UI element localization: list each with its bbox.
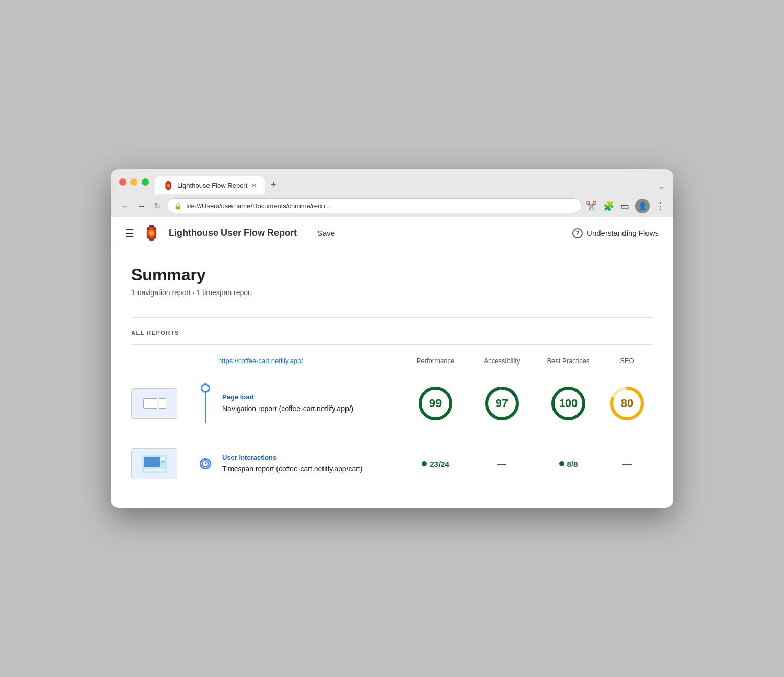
- tab-close-icon[interactable]: ✕: [251, 182, 257, 189]
- performance-header: Performance: [402, 357, 469, 365]
- report-type-label: Page load: [222, 393, 402, 401]
- accessibility-score-value: 97: [496, 397, 508, 410]
- performance-score-value: 99: [429, 397, 442, 410]
- more-options-icon[interactable]: ⋮: [656, 200, 665, 212]
- address-bar: ← → ↻ 🔒 file:///Users/username/Documents…: [111, 194, 673, 217]
- separator-2: [131, 344, 653, 345]
- accessibility-header: Accessibility: [469, 357, 535, 365]
- timespan-thumbnail-icon: [132, 449, 177, 479]
- reload-button[interactable]: ↻: [152, 199, 163, 213]
- tabs-area: 🏮 Lighthouse Flow Report ✕ + ⌄: [155, 175, 665, 194]
- close-button[interactable]: [119, 178, 126, 186]
- main-content: Summary 1 navigation report · 1 timespan…: [111, 249, 673, 508]
- desktop-screen-icon: [143, 398, 157, 409]
- seo-score-col: 80: [602, 385, 653, 422]
- nav-report-info: Page load Navigation report (coffee-cart…: [218, 393, 402, 414]
- svg-rect-10: [144, 469, 165, 471]
- address-field[interactable]: 🔒 file:///Users/username/Documents/chrom…: [167, 198, 582, 213]
- timeline-ts: [193, 458, 218, 469]
- ts-accessibility-dash: —: [497, 459, 506, 469]
- seo-score-value: 80: [621, 397, 633, 410]
- save-button[interactable]: Save: [317, 229, 335, 237]
- menu-icon[interactable]: ☰: [125, 227, 134, 239]
- table-header: https://coffee-cart.netlify.app/ Perform…: [131, 357, 653, 371]
- puzzle-icon[interactable]: 🧩: [603, 200, 614, 212]
- ts-best-practices-score-col: 8/8: [535, 460, 602, 468]
- forward-button[interactable]: →: [135, 199, 148, 213]
- back-button[interactable]: ←: [119, 199, 131, 213]
- ts-best-practices-value: 8/8: [567, 460, 578, 468]
- best-practices-score-col: 100: [535, 385, 602, 422]
- best-practices-score-circle: 100: [550, 385, 587, 422]
- table-row: User interactions Timespan report (coffe…: [131, 436, 653, 491]
- seo-score-circle: 80: [609, 385, 645, 422]
- lighthouse-logo: 🏮: [143, 224, 160, 241]
- title-bar: 🏮 Lighthouse Flow Report ✕ + ⌄: [111, 169, 673, 194]
- timeline-clock-icon: [200, 458, 211, 469]
- tab-title: Lighthouse Flow Report: [177, 182, 247, 189]
- summary-heading: Summary: [131, 265, 653, 284]
- page-title: Lighthouse User Flow Report: [169, 228, 297, 238]
- nav-report-thumbnail: [131, 388, 177, 419]
- table-row: Page load Navigation report (coffee-cart…: [131, 371, 653, 436]
- tab-favicon-icon: 🏮: [163, 180, 173, 190]
- performance-score-col: 99: [402, 385, 469, 422]
- ts-report-thumbnail: [131, 448, 177, 479]
- timeline-dot-icon: [201, 383, 210, 393]
- help-circle-icon: ?: [572, 228, 583, 238]
- ts-performance-score: 23/24: [422, 460, 449, 468]
- understanding-flows-link[interactable]: ? Understanding Flows: [572, 228, 659, 238]
- ts-performance-value: 23/24: [430, 460, 449, 468]
- all-reports-label: ALL REPORTS: [131, 330, 653, 336]
- svg-rect-9: [144, 457, 160, 467]
- ts-seo-dash: —: [622, 459, 632, 469]
- timeline-nav: [193, 383, 218, 423]
- best-practices-header: Best Practices: [535, 357, 602, 365]
- ts-performance-dot: [422, 461, 427, 466]
- ts-best-practices-score: 8/8: [559, 460, 578, 468]
- lock-icon: 🔒: [174, 202, 182, 210]
- ts-seo-score-col: —: [602, 459, 653, 469]
- ts-performance-score-col: 23/24: [402, 460, 469, 468]
- avatar[interactable]: 👤: [635, 199, 650, 213]
- ts-report-info: User interactions Timespan report (coffe…: [218, 454, 402, 475]
- svg-rect-12: [161, 461, 165, 463]
- new-tab-button[interactable]: +: [265, 175, 283, 194]
- nav-report-link[interactable]: Navigation report (coffee-cart.netlify.a…: [222, 404, 353, 413]
- ts-report-link[interactable]: Timespan report (coffee-cart.netlify.app…: [222, 465, 362, 473]
- ts-accessibility-score-col: —: [469, 459, 535, 469]
- address-text: file:///Users/username/Documents/chrome/…: [186, 202, 331, 210]
- url-header[interactable]: https://coffee-cart.netlify.app/: [218, 357, 402, 365]
- mobile-screen-icon: [159, 398, 166, 409]
- page-header: ☰ 🏮 Lighthouse User Flow Report Save ? U…: [111, 217, 673, 249]
- browser-toolbar: ✂️ 🧩 ▭ 👤 ⋮: [586, 199, 665, 213]
- scissors-icon[interactable]: ✂️: [586, 200, 597, 212]
- accessibility-score-circle: 97: [483, 385, 520, 422]
- understanding-flows-label: Understanding Flows: [587, 229, 659, 237]
- browser-window: 🏮 Lighthouse Flow Report ✕ + ⌄ ← → ↻ 🔒 f…: [111, 169, 673, 508]
- svg-rect-11: [161, 457, 165, 460]
- summary-subtitle: 1 navigation report · 1 timespan report: [131, 288, 653, 297]
- tab-chevron-icon[interactable]: ⌄: [659, 182, 665, 194]
- split-view-icon[interactable]: ▭: [620, 200, 629, 212]
- accessibility-score-col: 97: [469, 385, 535, 422]
- traffic-lights: [119, 178, 149, 192]
- separator: [131, 317, 653, 318]
- ts-report-type-label: User interactions: [222, 454, 402, 461]
- seo-header: SEO: [602, 357, 653, 365]
- best-practices-score-value: 100: [559, 397, 578, 410]
- minimize-button[interactable]: [130, 178, 137, 186]
- ts-best-practices-dot: [559, 461, 564, 466]
- active-tab[interactable]: 🏮 Lighthouse Flow Report ✕: [155, 176, 265, 194]
- performance-score-circle: 99: [417, 385, 454, 422]
- timeline-line: [205, 393, 206, 423]
- maximize-button[interactable]: [142, 178, 149, 186]
